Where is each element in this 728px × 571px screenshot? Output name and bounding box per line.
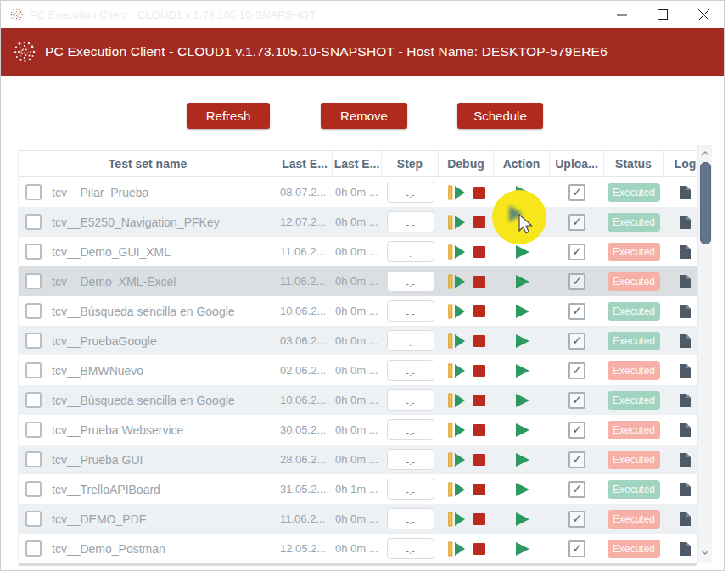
schedule-button[interactable]: Schedule: [457, 103, 543, 129]
upload-checkbox[interactable]: ✓: [568, 540, 585, 557]
column-header-status[interactable]: Status: [604, 151, 664, 176]
debug-play-icon[interactable]: [448, 185, 466, 200]
debug-play-icon[interactable]: [448, 482, 466, 497]
upload-checkbox[interactable]: ✓: [568, 392, 585, 409]
table-row[interactable]: tcv__TrelloAPIBoard 31.05.2... 0h 1m ...…: [19, 474, 697, 504]
logs-file-icon[interactable]: [679, 244, 692, 260]
run-play-icon[interactable]: [514, 304, 530, 319]
stop-icon[interactable]: [473, 454, 485, 466]
row-select-checkbox[interactable]: [25, 244, 42, 260]
scroll-up-button[interactable]: [698, 147, 712, 160]
row-select-checkbox[interactable]: [25, 481, 42, 497]
logs-file-icon[interactable]: [679, 512, 692, 527]
stop-icon[interactable]: [473, 543, 485, 555]
run-play-icon[interactable]: [514, 541, 530, 557]
maximize-button[interactable]: [642, 1, 683, 28]
table-row[interactable]: tcv__Demo_XML-Excel 11.06.2... 0h 0m ...…: [19, 266, 697, 296]
row-select-checkbox[interactable]: [25, 273, 42, 289]
logs-file-icon[interactable]: [679, 304, 692, 319]
logs-file-icon[interactable]: [679, 482, 692, 497]
stop-icon[interactable]: [473, 335, 485, 347]
step-input[interactable]: -.-: [387, 508, 434, 529]
column-header-uploa[interactable]: Uploa...: [550, 151, 604, 176]
column-header-debug[interactable]: Debug: [439, 151, 494, 176]
step-input[interactable]: -.-: [387, 419, 434, 440]
column-header-action[interactable]: Action: [494, 151, 550, 176]
stop-icon[interactable]: [473, 246, 485, 258]
scroll-down-button[interactable]: [698, 546, 712, 559]
column-header-last-e[interactable]: Last E...: [277, 151, 333, 176]
upload-checkbox[interactable]: ✓: [568, 214, 585, 231]
remove-button[interactable]: Remove: [321, 103, 407, 129]
debug-play-icon[interactable]: [448, 215, 466, 230]
stop-icon[interactable]: [473, 395, 485, 406]
table-row[interactable]: tcv__Pilar_Prueba 08.07.2... 0h 0m ... -…: [19, 177, 697, 207]
table-row[interactable]: tcv__PruebaGoogle 03.06.2... 0h 0m ... -…: [19, 326, 697, 355]
table-row[interactable]: tcv__E5250_Navigation_PFKey 12.07.2... 0…: [19, 207, 697, 237]
table-row[interactable]: tcv__BMWNuevo 02.06.2... 0h 0m ... -.- ✓…: [19, 355, 697, 385]
vertical-scrollbar[interactable]: [697, 145, 712, 563]
row-select-checkbox[interactable]: [25, 184, 42, 200]
stop-icon[interactable]: [473, 365, 485, 377]
scrollbar-thumb[interactable]: [700, 162, 711, 244]
upload-checkbox[interactable]: ✓: [568, 362, 585, 379]
run-play-icon[interactable]: [514, 452, 530, 467]
table-row[interactable]: tcv__Demo_Postman 12.05.2... 0h 0m ... -…: [19, 534, 697, 563]
row-select-checkbox[interactable]: [25, 451, 42, 467]
upload-checkbox[interactable]: ✓: [568, 511, 585, 528]
logs-file-icon[interactable]: [679, 333, 692, 349]
stop-icon[interactable]: [473, 187, 485, 199]
step-input[interactable]: -.-: [387, 449, 434, 470]
table-row[interactable]: tcv__Prueba GUI 28.06.2... 0h 0m ... -.-…: [19, 445, 697, 474]
upload-checkbox[interactable]: ✓: [568, 273, 585, 290]
table-row[interactable]: tcv__Búsqueda sencilla en Google 10.06.2…: [19, 385, 697, 415]
debug-play-icon[interactable]: [448, 333, 466, 349]
row-select-checkbox[interactable]: [25, 303, 42, 319]
column-header-last-e[interactable]: Last E...: [333, 151, 382, 176]
step-input[interactable]: -.-: [387, 182, 434, 203]
run-play-icon[interactable]: [514, 423, 530, 438]
table-row[interactable]: tcv__Búsqueda sencilla en Google 10.06.2…: [19, 296, 697, 326]
run-play-icon[interactable]: [514, 363, 530, 378]
table-row[interactable]: tcv__Prueba Webservice 30.05.2... 0h 0m …: [19, 415, 697, 445]
run-play-icon[interactable]: [514, 244, 530, 260]
step-input[interactable]: -.-: [387, 360, 434, 381]
refresh-button[interactable]: Refresh: [187, 103, 270, 129]
debug-play-icon[interactable]: [448, 541, 466, 557]
upload-checkbox[interactable]: ✓: [568, 451, 585, 468]
step-input[interactable]: -.-: [387, 479, 434, 500]
minimize-button[interactable]: [602, 1, 642, 28]
row-select-checkbox[interactable]: [25, 540, 42, 557]
row-select-checkbox[interactable]: [25, 511, 42, 527]
debug-play-icon[interactable]: [448, 452, 466, 467]
step-input[interactable]: -.-: [387, 389, 434, 411]
upload-checkbox[interactable]: ✓: [568, 481, 585, 498]
run-play-icon[interactable]: [514, 333, 530, 349]
logs-file-icon[interactable]: [679, 541, 692, 557]
run-play-icon[interactable]: [514, 512, 530, 527]
logs-file-icon[interactable]: [679, 215, 692, 230]
row-select-checkbox[interactable]: [25, 362, 42, 378]
upload-checkbox[interactable]: ✓: [568, 244, 585, 260]
logs-file-icon[interactable]: [679, 274, 692, 289]
step-input[interactable]: -.-: [387, 211, 434, 232]
row-select-checkbox[interactable]: [25, 392, 42, 408]
debug-play-icon[interactable]: [448, 423, 466, 438]
step-input[interactable]: -.-: [387, 330, 434, 351]
upload-checkbox[interactable]: ✓: [568, 333, 585, 350]
stop-icon[interactable]: [473, 305, 485, 317]
row-select-checkbox[interactable]: [25, 422, 42, 438]
run-play-icon[interactable]: [514, 274, 530, 289]
debug-play-icon[interactable]: [448, 304, 466, 319]
close-button[interactable]: [683, 1, 724, 28]
upload-checkbox[interactable]: ✓: [568, 422, 585, 439]
logs-file-icon[interactable]: [679, 185, 692, 200]
upload-checkbox[interactable]: ✓: [568, 184, 585, 201]
column-header-logs[interactable]: Logs: [664, 151, 697, 176]
debug-play-icon[interactable]: [448, 244, 466, 260]
column-header-test-set-name[interactable]: Test set name: [19, 151, 277, 176]
step-input[interactable]: -.-: [387, 241, 434, 262]
step-input[interactable]: -.-: [387, 271, 434, 292]
debug-play-icon[interactable]: [448, 512, 466, 527]
table-row[interactable]: tcv__Demo_GUI_XML 11.06.2... 0h 0m ... -…: [19, 237, 697, 266]
